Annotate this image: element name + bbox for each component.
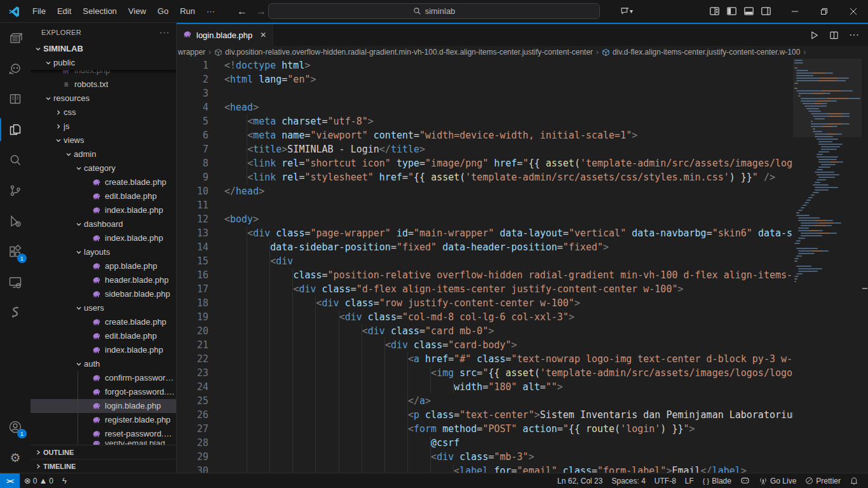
tree-file-reset-password-blade-php[interactable]: reset-password.blade.php bbox=[31, 427, 176, 441]
explorer-more-actions-icon[interactable]: ··· bbox=[159, 27, 170, 37]
code-line[interactable]: 24 width="180" alt=""> bbox=[183, 380, 793, 394]
customize-layout-icon[interactable] bbox=[709, 6, 720, 17]
tree-folder-auth[interactable]: auth bbox=[31, 357, 176, 371]
activity-accounts[interactable]: 1 bbox=[0, 412, 31, 442]
tree-folder-js[interactable]: js bbox=[31, 119, 176, 133]
tree-file-app-blade-php[interactable]: app.blade.php bbox=[31, 259, 176, 273]
tree-file-sidebar-blade-php[interactable]: sidebar.blade.php bbox=[31, 287, 176, 301]
problems-indicator[interactable]: ⊗ 0 ▲︎ 0 bbox=[20, 474, 58, 488]
status-encoding[interactable]: UTF-8 bbox=[650, 474, 681, 488]
tree-folder-public[interactable]: public bbox=[31, 56, 176, 70]
menu-run[interactable]: Run bbox=[174, 3, 201, 20]
intelephense-status[interactable]: ϟ bbox=[58, 474, 71, 488]
status-go-live[interactable]: Go Live bbox=[754, 474, 801, 488]
code-line[interactable]: 8 <link rel="shortcut icon" type="image/… bbox=[183, 156, 793, 170]
activity-book[interactable] bbox=[0, 84, 31, 114]
code-line[interactable]: 9 <link rel="stylesheet" href="{{ asset(… bbox=[183, 170, 793, 184]
tree-folder-views[interactable]: views bbox=[31, 133, 176, 147]
more-actions-icon[interactable]: ··· bbox=[849, 29, 859, 41]
split-editor-icon[interactable] bbox=[829, 30, 839, 40]
code-line[interactable]: 2<html lang="en"> bbox=[183, 72, 793, 86]
tree-file-login-blade-php[interactable]: login.blade.php bbox=[31, 399, 176, 413]
timeline-section[interactable]: TIMELINE bbox=[31, 459, 176, 473]
back-arrow-icon[interactable]: ← bbox=[237, 6, 247, 17]
code-line[interactable]: 20 <div class="card mb-0"> bbox=[183, 324, 793, 338]
code-line[interactable]: 11 bbox=[183, 198, 793, 212]
code-line[interactable]: 5 <meta charset="utf-8"> bbox=[183, 114, 793, 128]
menu-edit[interactable]: Edit bbox=[51, 3, 77, 20]
code-line[interactable]: 29 <div class="mb-3"> bbox=[183, 450, 793, 464]
minimap[interactable] bbox=[793, 58, 862, 473]
tree-folder-resources[interactable]: resources bbox=[31, 92, 176, 105]
toggle-panel-icon[interactable] bbox=[743, 6, 754, 17]
tree-folder-css[interactable]: css bbox=[31, 105, 176, 119]
tab-login-blade[interactable]: login.blade.php ✕ bbox=[177, 24, 273, 46]
tree-file-edit-blade-php[interactable]: edit.blade.php bbox=[31, 329, 176, 343]
activity-source-control[interactable] bbox=[0, 175, 31, 206]
run-file-icon[interactable] bbox=[810, 30, 819, 40]
code-line[interactable]: 7 <title>SIMINLAB - Login</title> bbox=[183, 142, 793, 156]
overview-ruler[interactable] bbox=[862, 58, 868, 473]
activity-debug[interactable] bbox=[0, 206, 31, 236]
code-line[interactable]: 6 <meta name="viewport" content="width=d… bbox=[183, 128, 793, 142]
activity-search[interactable] bbox=[0, 145, 31, 175]
tree-file-robots-txt[interactable]: ≡robots.txt bbox=[31, 78, 176, 92]
chevron-down-icon[interactable]: ▾ bbox=[630, 8, 633, 15]
code-line[interactable]: 16 class="position-relative overflow-hid… bbox=[183, 268, 793, 282]
code-line[interactable]: 14 data-sidebar-position="fixed" data-he… bbox=[183, 240, 793, 254]
toggle-secondary-sidebar-icon[interactable] bbox=[761, 6, 771, 17]
status-cursor-position[interactable]: Ln 62, Col 23 bbox=[553, 474, 607, 488]
breadcrumb-item[interactable]: wrapper bbox=[178, 48, 205, 57]
activity-explorer[interactable] bbox=[0, 114, 31, 145]
menu-selection[interactable]: Selection bbox=[77, 3, 122, 20]
code-line[interactable]: 3 bbox=[183, 86, 793, 100]
activity-live-preview[interactable] bbox=[0, 267, 31, 297]
code-line[interactable]: 27 <form method="POST" action="{{ route(… bbox=[183, 422, 793, 436]
tree-folder-users[interactable]: users bbox=[31, 301, 176, 315]
code-line[interactable]: 28 @csrf bbox=[183, 436, 793, 450]
code-line[interactable]: 22 <a href="#" class="text-nowrap logo-i… bbox=[183, 352, 793, 366]
outline-section[interactable]: OUTLINE bbox=[31, 445, 176, 459]
close-tab-icon[interactable]: ✕ bbox=[260, 30, 266, 39]
activity-chat-robot[interactable] bbox=[0, 53, 31, 84]
minimize-button[interactable] bbox=[780, 0, 810, 22]
tree-file-edit-blade-php[interactable]: edit.blade.php bbox=[31, 189, 176, 203]
breadcrumb-item[interactable]: div.position-relative.overflow-hidden.ra… bbox=[214, 48, 593, 57]
code-line[interactable]: 19 <div class="col-md-8 col-lg-6 col-xxl… bbox=[183, 310, 793, 324]
status-copilot[interactable] bbox=[736, 474, 754, 488]
tree-file-index-blade-php[interactable]: index.blade.php bbox=[31, 231, 176, 245]
code-line[interactable]: 1<!doctype html> bbox=[183, 58, 793, 72]
code-line[interactable]: 12<body> bbox=[183, 212, 793, 226]
code-line[interactable]: 13 <div class="page-wrapper" id="main-wr… bbox=[183, 226, 793, 240]
menu-go[interactable]: Go bbox=[152, 3, 174, 20]
status-language-mode[interactable]: { }Blade bbox=[698, 474, 736, 488]
tree-file-index-blade-php[interactable]: index.blade.php bbox=[31, 343, 176, 357]
toggle-primary-sidebar-icon[interactable] bbox=[726, 6, 737, 17]
close-window-button[interactable] bbox=[839, 0, 868, 22]
activity-package[interactable] bbox=[0, 23, 31, 53]
activity-extensions[interactable]: 1 bbox=[0, 236, 31, 267]
tree-folder-admin[interactable]: admin bbox=[31, 147, 176, 161]
tree-folder-layouts[interactable]: layouts bbox=[31, 245, 176, 259]
activity-settings[interactable]: ⚙ bbox=[0, 442, 31, 473]
breadcrumb-item[interactable]: div.d-flex.align-items-center.justify-co… bbox=[602, 48, 800, 57]
code-line[interactable]: 4<head> bbox=[183, 100, 793, 114]
status-prettier[interactable]: Prettier bbox=[801, 474, 845, 488]
tree-folder-SIMINLAB[interactable]: SIMINLAB bbox=[31, 42, 176, 56]
tree-folder-dashboard[interactable]: dashboard bbox=[31, 217, 176, 231]
tree-file-forgot-password-blade-php[interactable]: forgot-password.blade.php bbox=[31, 385, 176, 399]
activity-s-extension[interactable] bbox=[0, 297, 31, 328]
status-indentation[interactable]: Spaces: 4 bbox=[607, 474, 649, 488]
code-line[interactable]: 15 <div bbox=[183, 254, 793, 268]
restore-button[interactable] bbox=[810, 0, 839, 22]
command-center-search[interactable]: siminlab bbox=[268, 3, 600, 19]
code-line[interactable]: 23 <img src="{{ asset('template-admin/sr… bbox=[183, 366, 793, 380]
tree-file-create-blade-php[interactable]: create.blade.php bbox=[31, 175, 176, 189]
code-line[interactable]: 17 <div class="d-flex align-items-center… bbox=[183, 282, 793, 296]
code-line[interactable]: 18 <div class="row justify-content-cente… bbox=[183, 296, 793, 310]
menu-[interactable]: ··· bbox=[201, 3, 220, 20]
status-notifications[interactable] bbox=[845, 474, 863, 488]
code-line[interactable]: 10</head> bbox=[183, 184, 793, 198]
tree-file-verify-email-blade-php[interactable]: verify-email.blade.php bbox=[31, 441, 176, 445]
tree-file-register-blade-php[interactable]: register.blade.php bbox=[31, 413, 176, 427]
